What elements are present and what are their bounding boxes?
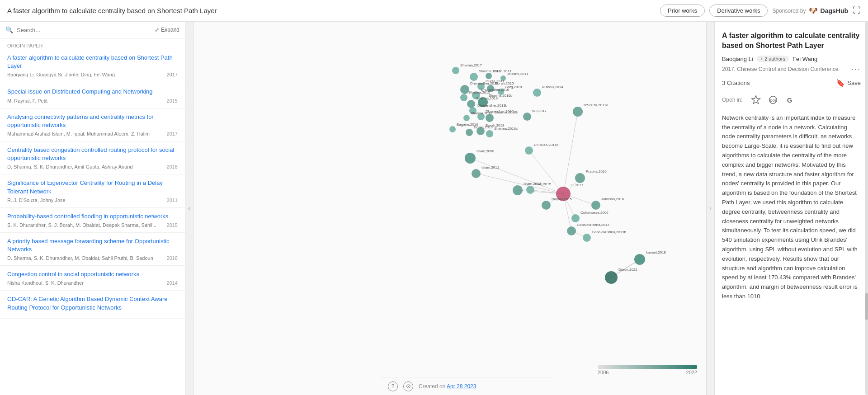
graph-node[interactable] <box>467 100 475 108</box>
node-label: D'Souza,2011a <box>584 103 609 107</box>
graph-edges <box>470 112 640 277</box>
svg-text:G: G <box>787 96 792 103</box>
node-label: Prabha,2016 <box>586 169 607 174</box>
graph-node[interactable] <box>470 73 478 81</box>
list-item[interactable]: GD-CAR: A Genetic Algorithm Based Dynami… <box>0 291 185 318</box>
header: A faster algorithm to calculate centrali… <box>0 0 868 22</box>
detail-author-main: Baoqiang Li <box>722 56 753 62</box>
graph-node[interactable] <box>571 214 580 222</box>
timeline-start: 2006 <box>598 370 609 375</box>
left-panel-toggle[interactable]: ‹ <box>185 22 193 395</box>
detail-venue: 2017, Chinese Control and Decision Confe… <box>722 65 861 73</box>
origin-paper-authors: Baoqiang Li, Guangya Si, Jianfei Ding, F… <box>7 72 178 77</box>
graph-node[interactable] <box>591 201 600 210</box>
node-label: Duron,2022 <box>618 268 637 272</box>
paper-title[interactable]: Centrality based congestion controlled r… <box>7 146 178 162</box>
graph-node[interactable] <box>605 271 618 284</box>
paper-title[interactable]: A priority based message forwarding sche… <box>7 237 178 254</box>
list-item[interactable]: A priority based message forwarding sche… <box>0 233 185 266</box>
graph-node[interactable] <box>452 67 459 74</box>
list-item[interactable]: Congestion control in social opportunist… <box>0 266 185 291</box>
paper-title[interactable]: Probability-based controlled flooding in… <box>7 212 178 221</box>
timeline-bar[interactable] <box>598 365 697 369</box>
save-label: Save <box>847 80 861 86</box>
detail-authors: Baoqiang Li + 2 authors Fei Wang <box>722 56 861 62</box>
bottom-left: ? ⊙ Created on Apr 28 2023 <box>388 381 476 391</box>
graph-node[interactable] <box>463 115 470 121</box>
list-item[interactable]: Probability-based controlled flooding in… <box>0 208 185 233</box>
paper-meta: M. Raynal, F. Petit 2015 <box>7 98 178 103</box>
graph-node[interactable] <box>634 254 645 265</box>
help-button[interactable]: ? <box>388 381 398 391</box>
graph-node[interactable] <box>460 94 467 101</box>
graph-node[interactable] <box>513 185 523 195</box>
node-label: Collomosse,2006 <box>580 211 609 215</box>
fullscreen-button[interactable]: ⛶ <box>853 6 861 15</box>
paper-title[interactable]: Special Issue on Distributed Computing a… <box>7 88 178 96</box>
paper-year: 2011 <box>167 198 178 203</box>
open-in-google-scholar[interactable]: G <box>784 94 797 106</box>
detail-venue-text: 2017, Chinese Control and Decision Confe… <box>722 66 851 72</box>
paper-title[interactable]: Significance of Eigenvector Centrality f… <box>7 179 178 195</box>
graph-node[interactable] <box>533 89 541 97</box>
paper-meta: D. Sharma, S. K. Dhurandher, M. Obaidat,… <box>7 255 178 261</box>
more-options-button[interactable]: ··· <box>851 65 861 73</box>
list-item[interactable]: Significance of Eigenvector Centrality f… <box>0 174 185 207</box>
paper-year: 2017 <box>167 131 178 136</box>
paper-title[interactable]: GD-CAR: A Genetic Algorithm Based Dynami… <box>7 295 178 311</box>
graph-node[interactable] <box>567 226 576 235</box>
node-label: Gopalakrishna,2013b <box>592 230 627 234</box>
open-in-semantic-scholar[interactable] <box>750 94 762 106</box>
open-in-row: Open in: DOI G <box>722 94 861 106</box>
timeline: 2006 2022 <box>598 365 697 375</box>
node-label: Sharma,2015 <box>468 90 491 94</box>
node-label: Gopalakrishna,2013 <box>577 223 609 227</box>
scrollbar-thumb[interactable] <box>865 293 868 320</box>
graph-node[interactable] <box>472 169 481 178</box>
expand-button[interactable]: ⤢ Expand <box>155 27 179 33</box>
paper-title[interactable]: Analysing connectivity patterns and cent… <box>7 113 178 129</box>
right-panel-scrollbar[interactable] <box>865 22 868 395</box>
detail-paper-title: A faster algorithm to calculate centrali… <box>722 31 861 51</box>
open-in-doi[interactable]: DOI <box>767 94 779 106</box>
graph-panel: Sharma,2017Sharma,2018Borah,2011Jaisarhi… <box>193 22 706 395</box>
graph-node[interactable] <box>449 126 456 132</box>
prior-works-button[interactable]: Prior works <box>660 5 705 17</box>
node-label: Raynal,2015 <box>552 197 572 201</box>
right-panel-toggle[interactable]: › <box>706 22 714 395</box>
created-date-link[interactable]: Apr 28 2023 <box>447 383 476 390</box>
graph-visualization[interactable]: Sharma,2017Sharma,2018Borah,2011Jaisarhi… <box>193 22 706 395</box>
main-layout: 🔍 ⤢ Expand Origin paper A faster algorit… <box>0 22 868 395</box>
origin-paper-title[interactable]: A faster algorithm to calculate centrali… <box>7 54 178 70</box>
svg-text:DOI: DOI <box>770 98 776 102</box>
paper-meta: R. J. D'Souza, Johny Jose 2011 <box>7 198 178 203</box>
graph-node[interactable] <box>525 146 533 155</box>
save-button[interactable]: 🔖 Save <box>836 79 861 87</box>
paper-title[interactable]: Congestion control in social opportunist… <box>7 270 178 278</box>
search-input[interactable] <box>17 27 151 33</box>
paper-meta: S. K. Dhurandher, S. J. Borah, M. Obaida… <box>7 222 178 228</box>
paper-meta: Muhammad Arshad Islam, M. Iqbal, Muhamma… <box>7 131 178 136</box>
list-item[interactable]: Centrality based congestion controlled r… <box>0 141 185 174</box>
graph-node[interactable] <box>523 113 531 121</box>
graph-node[interactable] <box>542 201 551 210</box>
graph-node[interactable] <box>583 234 591 242</box>
target-button[interactable]: ⊙ <box>403 381 413 391</box>
graph-node[interactable] <box>460 85 469 94</box>
graph-node[interactable] <box>466 129 473 136</box>
graph-node[interactable] <box>575 173 585 183</box>
node-label: Sharma,2019 <box>471 111 493 115</box>
list-item[interactable]: Analysing connectivity patterns and cent… <box>0 108 185 141</box>
papers-list: Origin paper A faster algorithm to calcu… <box>0 38 185 395</box>
list-item[interactable]: Special Issue on Distributed Computing a… <box>0 83 185 108</box>
graph-node[interactable] <box>465 153 476 164</box>
derivative-works-button[interactable]: Derivative works <box>709 5 768 17</box>
sponsored-label: Sponsored by <box>772 8 806 14</box>
svg-marker-13 <box>752 96 760 103</box>
graph-node[interactable] <box>573 107 583 117</box>
graph-node[interactable] <box>486 130 493 137</box>
node-label: Dhurandher,2013b <box>477 103 508 108</box>
graph-node[interactable] <box>486 73 492 79</box>
graph-node[interactable] <box>526 186 534 194</box>
origin-paper: A faster algorithm to calculate centrali… <box>0 50 185 83</box>
